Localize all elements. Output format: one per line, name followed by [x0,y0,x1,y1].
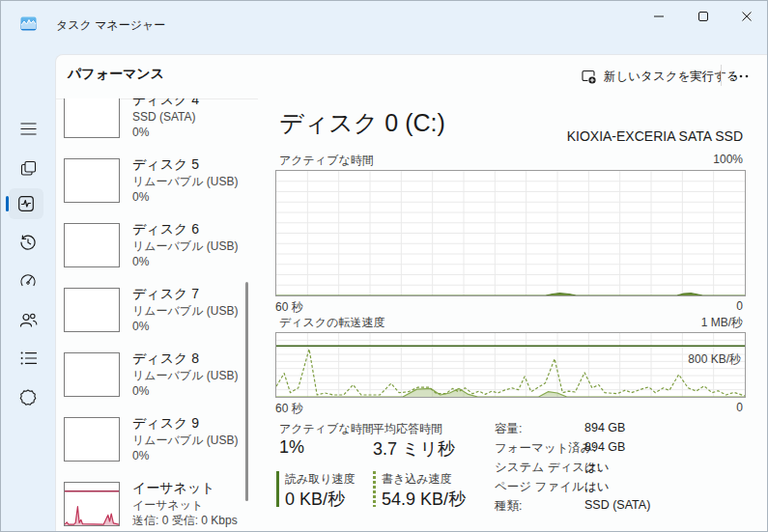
write-speed-legend-bar [373,471,376,507]
maximize-button[interactable] [681,2,725,31]
list-item-subtitle: イーサネット [132,498,203,513]
page-title: パフォーマンス [68,66,164,83]
more-options-button[interactable] [726,64,755,89]
transfer-chart [275,332,746,398]
read-speed-stat-value: 0 KB/秒 [285,488,345,511]
nav-item-startup-apps[interactable] [11,266,45,296]
list-item-disk5[interactable]: ディスク 5 リムーバブル (USB) 0% [56,156,259,216]
performance-device-list: ディスク 4 SSD (SATA) 0% ディスク 5 リムーバブル (USB)… [56,98,261,531]
list-item-status: 送信: 0 受信: 0 Kbps [132,514,238,528]
list-scrollbar-thumb[interactable] [245,282,248,501]
nav-item-details[interactable] [11,343,45,374]
active-time-chart [275,170,746,296]
disk-title: ディスク 0 (C:) [279,107,445,139]
window-title: タスク マネージャー [56,17,165,34]
task-manager-window: タスク マネージャー [0,0,768,532]
close-button[interactable] [725,2,768,31]
nav-item-services[interactable] [11,381,45,412]
active-time-chart-plot [276,171,745,295]
nav-item-users[interactable] [11,304,45,335]
type-label: 種類: [495,498,522,515]
formatted-value: 894 GB [584,440,625,454]
type-value: SSD (SATA) [584,498,650,512]
list-item-status: 0% [132,126,149,140]
disk8-mini-chart [64,352,120,397]
title-bar[interactable]: タスク マネージャー [1,1,767,54]
read-speed-stat-label: 読み取り速度 [285,471,356,488]
task-manager-app-icon [20,15,37,32]
response-time-stat-label: 平均応答時間 [373,421,442,437]
list-item-subtitle: リムーバブル (USB) [132,175,238,189]
list-item-disk7[interactable]: ディスク 7 リムーバブル (USB) 0% [56,286,259,346]
history-icon [19,234,37,251]
write-speed-stat-value: 54.9 KB/秒 [382,488,466,511]
chart2-axis-right: 0 [736,401,743,414]
speedometer-icon [19,272,37,290]
formatted-label: フォーマット済み: [495,440,596,457]
list-item-status: 0% [132,255,149,269]
list-item-ethernet[interactable]: イーサネット イーサネット 送信: 0 受信: 0 Kbps [56,480,259,531]
list-item-disk8[interactable]: ディスク 8 リムーバブル (USB) 0% [56,350,259,410]
list-item-subtitle: SSD (SATA) [132,110,196,125]
disk9-mini-chart [64,417,120,462]
run-new-task-button[interactable]: 新しいタスクを実行する [575,63,745,90]
read-speed-legend-bar [276,471,279,507]
page-file-label: ページ ファイル: [495,479,587,495]
disk6-mini-chart [64,223,120,267]
capacity-label: 容量: [495,421,522,437]
nav-item-processes[interactable] [11,153,45,183]
list-item-title: イーサネット [132,479,215,496]
list-item-title: ディスク 4 [132,98,199,108]
capacity-value: 894 GB [584,421,625,434]
nav-rail [1,54,55,531]
list-item-status: 0% [132,449,149,463]
ethernet-mini-chart-plot [65,483,119,525]
nav-menu-button[interactable] [15,118,41,139]
minimize-icon [653,11,665,22]
performance-icon [17,195,35,212]
list-icon [20,351,37,365]
list-item-subtitle: リムーバブル (USB) [132,304,238,319]
list-item-disk6[interactable]: ディスク 6 リムーバブル (USB) 0% [56,221,259,281]
active-time-stat-value: 1% [279,437,304,458]
nav-item-app-history[interactable] [11,227,45,258]
nav-item-performance[interactable] [9,188,43,219]
close-icon [741,11,753,22]
response-time-stat-value: 3.7 ミリ秒 [373,437,455,461]
list-item-disk9[interactable]: ディスク 9 リムーバブル (USB) 0% [56,415,259,475]
transfer-chart-plot [276,333,745,397]
list-item-status: 0% [132,320,149,334]
list-item-disk4[interactable]: ディスク 4 SSD (SATA) 0% [56,98,259,152]
system-disk-value: はい [584,460,610,476]
hamburger-icon [20,123,37,135]
minimize-button[interactable] [637,2,680,31]
chart2-axis-left: 60 秒 [275,401,303,417]
ethernet-mini-chart [64,482,120,526]
list-item-subtitle: リムーバブル (USB) [132,239,238,254]
transfer-chart-label: ディスクの転送速度 [279,315,384,331]
disk4-mini-chart [64,98,120,138]
services-cog-icon [19,388,37,406]
new-task-icon [581,69,596,84]
active-time-chart-max: 100% [713,153,743,166]
list-item-title: ディスク 5 [132,155,199,173]
disk5-mini-chart [64,158,120,203]
list-item-title: ディスク 9 [132,414,199,432]
processes-icon [20,160,37,177]
list-item-status: 0% [132,190,149,205]
chart1-axis-right: 0 [736,299,743,313]
run-new-task-label: 新しいタスクを実行する [604,69,739,85]
transfer-chart-max: 1 MB/秒 [701,315,743,331]
disk7-mini-chart [64,288,120,332]
maximize-icon [697,11,709,22]
list-item-title: ディスク 6 [132,220,199,238]
content-card: パフォーマンス 新しいタスクを実行する ディスク 4 SSD (SATA) 0% [55,54,767,531]
list-item-title: ディスク 7 [132,285,199,302]
active-time-chart-label: アクティブな時間 [279,153,374,169]
chart1-axis-left: 60 秒 [275,299,303,316]
list-item-subtitle: リムーバブル (USB) [132,434,238,448]
transfer-ref-label: 800 KB/秒 [688,351,741,368]
ellipsis-icon [733,74,749,78]
header-divider [721,65,722,86]
active-time-stat-label: アクティブな時間 [279,421,374,437]
